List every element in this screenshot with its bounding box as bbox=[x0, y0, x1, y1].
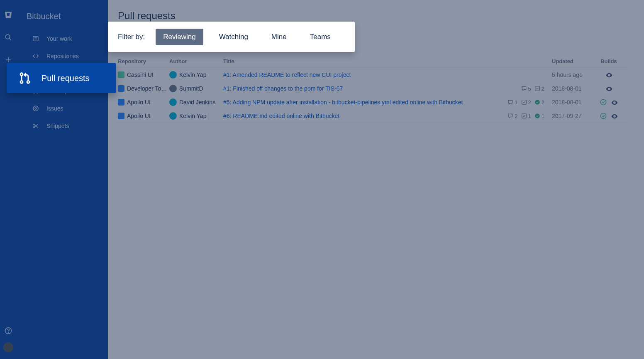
svg-point-31 bbox=[27, 81, 29, 83]
cell-updated: 5 hours ago bbox=[544, 71, 590, 78]
work-icon bbox=[32, 34, 40, 43]
filter-tab-reviewing[interactable]: Reviewing bbox=[156, 29, 203, 45]
search-icon[interactable] bbox=[3, 32, 13, 42]
svg-point-28 bbox=[614, 116, 615, 117]
bitbucket-logo-icon[interactable] bbox=[3, 10, 13, 20]
svg-point-15 bbox=[34, 127, 35, 128]
author-name: SummitD bbox=[179, 85, 203, 92]
sidebar-item-label: Repositories bbox=[46, 53, 79, 59]
cell-stats: 52 bbox=[490, 86, 544, 92]
issue-icon bbox=[32, 104, 40, 113]
cell-author[interactable]: SummitD bbox=[169, 85, 223, 92]
svg-point-27 bbox=[600, 113, 606, 118]
cell-stats: 211 bbox=[490, 113, 544, 119]
svg-point-0 bbox=[5, 34, 10, 39]
svg-point-18 bbox=[609, 75, 610, 76]
cell-builds bbox=[590, 71, 627, 78]
cell-repo[interactable]: Cassini UI bbox=[116, 71, 169, 78]
table-row[interactable]: Developer Tool… SummitD #1: Finished off… bbox=[116, 82, 627, 96]
th-author: Author bbox=[169, 58, 223, 64]
help-icon[interactable] bbox=[3, 326, 13, 336]
repo-avatar bbox=[118, 113, 124, 119]
cell-title[interactable]: #1: Amended README to reflect new CUI pr… bbox=[223, 71, 490, 78]
pr-icon bbox=[18, 71, 32, 85]
svg-point-13 bbox=[35, 108, 37, 109]
cell-repo[interactable]: Developer Tool… bbox=[116, 85, 169, 92]
cell-author[interactable]: David Jenkins bbox=[169, 98, 223, 106]
repo-name: Apollo UI bbox=[127, 99, 151, 106]
svg-point-26 bbox=[535, 113, 540, 118]
user-avatar[interactable] bbox=[3, 342, 13, 352]
cell-author[interactable]: Kelvin Yap bbox=[169, 71, 223, 79]
watch-icon[interactable] bbox=[605, 85, 612, 92]
sidebar-item-label: Snippets bbox=[46, 123, 69, 129]
repo-name: Apollo UI bbox=[127, 113, 151, 119]
sidebar-item-issues[interactable]: Issues bbox=[17, 101, 108, 116]
author-name: David Jenkins bbox=[179, 99, 215, 106]
repo-icon bbox=[32, 52, 40, 60]
cell-stats: 122 bbox=[490, 99, 544, 106]
cell-builds bbox=[590, 113, 627, 119]
svg-rect-25 bbox=[522, 114, 526, 118]
svg-point-24 bbox=[614, 102, 615, 103]
watch-icon[interactable] bbox=[611, 99, 617, 106]
svg-line-1 bbox=[9, 38, 11, 40]
watch-icon[interactable] bbox=[611, 113, 617, 119]
repo-avatar bbox=[118, 71, 124, 78]
repo-avatar bbox=[118, 99, 124, 106]
brand-label: Bitbucket bbox=[17, 8, 108, 31]
filter-tab-teams[interactable]: Teams bbox=[302, 29, 338, 45]
author-avatar bbox=[169, 98, 177, 106]
author-avatar bbox=[169, 112, 177, 120]
repo-name: Cassini UI bbox=[127, 71, 154, 78]
svg-point-5 bbox=[8, 332, 9, 333]
scissors-icon bbox=[32, 122, 40, 130]
cell-repo[interactable]: Apollo UI bbox=[116, 113, 169, 119]
cell-updated: 2018-08-01 bbox=[544, 99, 590, 106]
comment-count: 1 bbox=[507, 99, 517, 106]
cell-title[interactable]: #1: Finished off changes to the pom for … bbox=[223, 85, 490, 92]
cell-updated: 2017-09-27 bbox=[544, 113, 590, 119]
svg-point-12 bbox=[33, 106, 38, 111]
watch-icon[interactable] bbox=[605, 71, 612, 78]
svg-rect-21 bbox=[522, 100, 526, 105]
filter-label: Filter by: bbox=[118, 33, 145, 41]
author-avatar bbox=[169, 71, 177, 79]
cell-repo[interactable]: Apollo UI bbox=[116, 99, 169, 106]
task-count: 2 bbox=[534, 86, 544, 92]
cell-author[interactable]: Kelvin Yap bbox=[169, 112, 223, 120]
filter-tab-watching[interactable]: Watching bbox=[212, 29, 256, 45]
task-count: 1 bbox=[521, 113, 531, 119]
sidebar-item-repositories[interactable]: Repositories bbox=[17, 49, 108, 64]
th-builds: Builds bbox=[590, 58, 627, 64]
build-ok-icon bbox=[600, 99, 607, 106]
page-title: Pull requests bbox=[116, 10, 644, 22]
cell-builds bbox=[590, 99, 627, 106]
sidebar-item-label: Issues bbox=[46, 105, 63, 112]
svg-point-23 bbox=[600, 99, 606, 105]
cell-title[interactable]: #5: Adding NPM update after installation… bbox=[223, 99, 490, 106]
table-row[interactable]: Apollo UI David Jenkins #5: Adding NPM u… bbox=[116, 96, 627, 109]
sidebar-highlight-pull-requests[interactable]: Pull requests bbox=[7, 63, 116, 93]
svg-line-17 bbox=[34, 124, 38, 127]
svg-line-16 bbox=[34, 125, 38, 128]
svg-rect-19 bbox=[535, 86, 540, 91]
svg-point-20 bbox=[609, 89, 610, 90]
table-row[interactable]: Apollo UI Kelvin Yap #6: README.md edite… bbox=[116, 109, 627, 123]
filter-tab-mine[interactable]: Mine bbox=[264, 29, 294, 45]
svg-point-29 bbox=[20, 73, 23, 76]
author-name: Kelvin Yap bbox=[179, 71, 207, 78]
sidebar-item-label: Your work bbox=[46, 35, 72, 42]
svg-point-22 bbox=[535, 100, 540, 105]
th-title: Title bbox=[223, 58, 490, 64]
build-ok-icon bbox=[600, 113, 607, 119]
cell-title[interactable]: #6: README.md edited online with Bitbuck… bbox=[223, 113, 490, 119]
svg-point-14 bbox=[34, 124, 35, 125]
filter-bar: Filter by: Reviewing Watching Mine Teams bbox=[108, 22, 355, 52]
author-name: Kelvin Yap bbox=[179, 113, 207, 119]
sidebar-item-your-work[interactable]: Your work bbox=[17, 31, 108, 46]
author-avatar bbox=[169, 85, 177, 92]
sidebar-item-snippets[interactable]: Snippets bbox=[17, 118, 108, 133]
icon-rail bbox=[0, 0, 17, 359]
table-row[interactable]: Cassini UI Kelvin Yap #1: Amended README… bbox=[116, 68, 627, 82]
